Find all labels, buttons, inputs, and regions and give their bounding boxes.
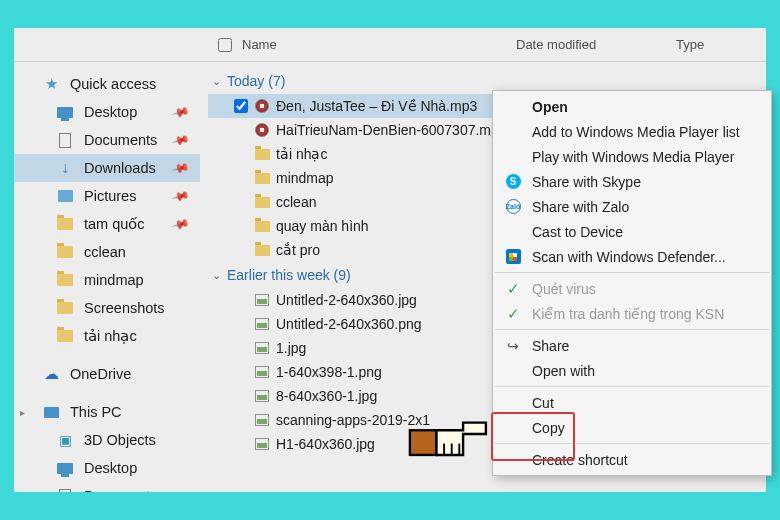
file-name: 8-640x360-1.jpg	[276, 388, 377, 404]
file-type-icon	[252, 414, 272, 426]
chevron-right-icon: ▸	[20, 407, 25, 418]
sidebar-item-desktop[interactable]: Desktop	[14, 454, 200, 482]
menu-separator	[495, 386, 769, 387]
pointing-hand-icon	[408, 400, 503, 474]
menu-skype[interactable]: SShare with Skype	[494, 169, 770, 194]
menu-openwith[interactable]: Open with	[494, 358, 770, 383]
defender-icon	[504, 248, 522, 266]
documents-icon	[56, 131, 74, 149]
file-name: 1.jpg	[276, 340, 306, 356]
menu-create-shortcut[interactable]: Create shortcut	[494, 447, 770, 472]
skype-icon: S	[504, 173, 522, 191]
this-pc[interactable]: ▸ This PC	[14, 398, 200, 426]
file-type-icon	[252, 173, 272, 184]
folder-icon	[56, 327, 74, 345]
quick-access[interactable]: ★ Quick access	[14, 70, 200, 98]
sidebar-item-documents[interactable]: Documents	[14, 482, 200, 492]
menu-zalo[interactable]: ZaloShare with Zalo	[494, 194, 770, 219]
menu-open[interactable]: Open	[494, 94, 770, 119]
downloads-icon: ↓	[56, 159, 74, 177]
context-menu: Open Add to Windows Media Player list Pl…	[492, 90, 772, 476]
shield-icon: ✓	[504, 305, 522, 323]
col-name[interactable]: Name	[236, 37, 516, 52]
file-checkbox[interactable]	[230, 99, 252, 113]
zalo-icon: Zalo	[504, 198, 522, 216]
menu-copy[interactable]: Copy	[494, 415, 770, 440]
pin-icon: 📌	[171, 158, 191, 178]
desktop-icon	[56, 459, 74, 477]
onedrive[interactable]: ☁ OneDrive	[14, 360, 200, 388]
file-name: tải nhạc	[276, 146, 327, 162]
pictures-icon	[56, 187, 74, 205]
file-name: scanning-apps-2019-2x1	[276, 412, 430, 428]
file-name: HaiTrieuNam-DenBien-6007307.mp	[276, 122, 499, 138]
file-name: cắt pro	[276, 242, 320, 258]
sidebar-item-folder[interactable]: mindmap	[14, 266, 200, 294]
file-type-icon	[252, 294, 272, 306]
file-type-icon	[252, 221, 272, 232]
file-name: Đen, JustaTee – Đi Về Nhà.mp3	[276, 98, 477, 114]
star-icon: ★	[42, 75, 60, 93]
chevron-down-icon: ⌄	[212, 75, 221, 88]
file-type-icon	[252, 390, 272, 402]
file-type-icon	[252, 123, 272, 137]
folder-icon	[56, 299, 74, 317]
pin-icon: 📌	[171, 130, 191, 150]
file-name: mindmap	[276, 170, 334, 186]
pin-icon: 📌	[171, 214, 191, 234]
file-type-icon	[252, 197, 272, 208]
menu-share[interactable]: ↪Share	[494, 333, 770, 358]
menu-defender[interactable]: Scan with Windows Defender...	[494, 244, 770, 269]
file-name: H1-640x360.jpg	[276, 436, 375, 452]
cloud-icon: ☁	[42, 365, 60, 383]
file-type-icon	[252, 366, 272, 378]
pin-icon: 📌	[171, 102, 191, 122]
file-type-icon	[252, 342, 272, 354]
file-name: Untitled-2-640x360.png	[276, 316, 422, 332]
file-type-icon	[252, 149, 272, 160]
col-date[interactable]: Date modified	[516, 37, 676, 52]
3dobjects-icon: ▣	[56, 431, 74, 449]
sidebar-item-folder[interactable]: cclean	[14, 238, 200, 266]
file-type-icon	[252, 438, 272, 450]
menu-virus[interactable]: ✓Quét virus	[494, 276, 770, 301]
sidebar-item-downloads[interactable]: ↓ Downloads📌	[14, 154, 200, 182]
menu-separator	[495, 272, 769, 273]
pc-icon	[42, 403, 60, 421]
desktop-icon	[56, 103, 74, 121]
sidebar-item-3dobjects[interactable]: ▣ 3D Objects	[14, 426, 200, 454]
sidebar-item-pictures[interactable]: Pictures📌	[14, 182, 200, 210]
folder-icon	[56, 271, 74, 289]
sidebar-item-folder[interactable]: tam quốc📌	[14, 210, 200, 238]
file-type-icon	[252, 318, 272, 330]
sidebar-item-folder[interactable]: tải nhạc	[14, 322, 200, 350]
pin-icon: 📌	[171, 186, 191, 206]
sidebar-item-folder[interactable]: Screenshots	[14, 294, 200, 322]
file-name: Untitled-2-640x360.jpg	[276, 292, 417, 308]
column-headers: Name Date modified Type	[14, 28, 766, 62]
sidebar-item-documents[interactable]: Documents📌	[14, 126, 200, 154]
chevron-down-icon: ⌄	[212, 269, 221, 282]
menu-separator	[495, 443, 769, 444]
shield-icon: ✓	[504, 280, 522, 298]
folder-icon	[56, 215, 74, 233]
file-name: 1-640x398-1.png	[276, 364, 382, 380]
file-type-icon	[252, 99, 272, 113]
sidebar-item-desktop[interactable]: Desktop📌	[14, 98, 200, 126]
file-name: quay màn hình	[276, 218, 369, 234]
menu-play-wmp[interactable]: Play with Windows Media Player	[494, 144, 770, 169]
navigation-sidebar: ★ Quick access Desktop📌 Documents📌 ↓ Dow…	[14, 62, 200, 492]
file-name: cclean	[276, 194, 316, 210]
menu-cast[interactable]: Cast to Device	[494, 219, 770, 244]
folder-icon	[56, 243, 74, 261]
share-icon: ↪	[504, 337, 522, 355]
col-type[interactable]: Type	[676, 37, 766, 52]
menu-ksn[interactable]: ✓Kiểm tra danh tiếng trong KSN	[494, 301, 770, 326]
svg-rect-0	[410, 430, 437, 455]
file-type-icon	[252, 245, 272, 256]
documents-icon	[56, 487, 74, 492]
menu-add-wmp[interactable]: Add to Windows Media Player list	[494, 119, 770, 144]
select-all-checkbox[interactable]	[214, 38, 236, 52]
menu-cut[interactable]: Cut	[494, 390, 770, 415]
menu-separator	[495, 329, 769, 330]
